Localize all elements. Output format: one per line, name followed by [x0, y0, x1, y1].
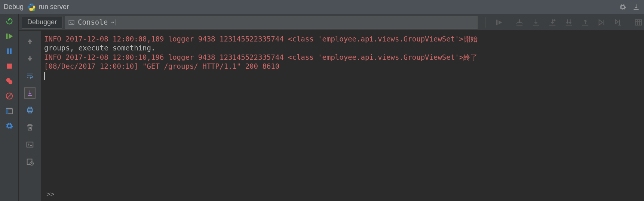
console-output[interactable]: INFO 2017-12-08 12:00:08,189 logger 9438… [41, 31, 644, 201]
svg-rect-26 [28, 111, 31, 113]
more-indicator[interactable]: >> [46, 190, 54, 199]
rerun-icon[interactable] [4, 16, 14, 26]
mute-breakpoints-icon[interactable] [4, 91, 14, 101]
trash-icon[interactable] [24, 122, 36, 133]
history-icon[interactable] [24, 156, 36, 167]
svg-rect-6 [7, 64, 12, 69]
svg-point-17 [553, 19, 556, 21]
text-cursor [44, 72, 45, 80]
soft-wrap-icon[interactable] [24, 70, 36, 81]
down-arrow-icon[interactable] [24, 53, 36, 64]
evaluate-to-cursor-icon[interactable] [613, 17, 624, 28]
svg-rect-4 [7, 49, 9, 54]
svg-rect-20 [582, 25, 589, 25]
tab-debugger-label: Debugger [27, 18, 57, 26]
svg-rect-21 [635, 19, 642, 25]
svg-point-0 [30, 4, 31, 5]
console-line: [08/Dec/2017 12:00:10] "GET /groups/ HTT… [44, 62, 279, 70]
resume-icon[interactable] [4, 31, 14, 41]
debug-tabbar: Debugger Console →| [19, 14, 644, 31]
run-configuration-name[interactable]: run server [39, 3, 69, 11]
show-execution-point-icon[interactable] [494, 17, 505, 28]
scroll-to-end-icon[interactable] [24, 87, 36, 99]
tab-console-label: Console [78, 18, 108, 27]
layout-icon[interactable] [4, 106, 14, 116]
settings-gear-icon[interactable] [4, 121, 14, 131]
breakpoints-icon[interactable] [4, 76, 14, 86]
step-over-icon[interactable] [514, 17, 525, 28]
console-line: groups, execute something. [44, 44, 155, 52]
stop-icon[interactable] [4, 61, 14, 71]
run-to-cursor-icon[interactable] [596, 17, 607, 28]
svg-rect-23 [29, 56, 30, 59]
svg-rect-14 [496, 19, 498, 25]
up-arrow-icon[interactable] [24, 36, 36, 47]
svg-rect-5 [10, 49, 11, 54]
toolbar-divider [485, 17, 485, 28]
gear-icon[interactable] [619, 3, 627, 11]
debug-panel-header: Debug run server [0, 0, 644, 14]
console-tab-icon [68, 19, 75, 26]
svg-rect-18 [549, 25, 556, 25]
step-into-icon[interactable] [530, 17, 542, 28]
panel-title: Debug [4, 3, 24, 11]
left-debug-actions [0, 14, 19, 201]
svg-rect-15 [516, 25, 523, 25]
svg-rect-13 [69, 20, 74, 25]
download-icon[interactable] [632, 3, 640, 11]
step-out-icon[interactable] [580, 17, 591, 28]
force-step-into-icon[interactable] [563, 17, 574, 28]
tab-console[interactable]: Console →| [65, 16, 478, 29]
pause-icon[interactable] [4, 46, 14, 56]
svg-rect-19 [566, 25, 572, 25]
svg-point-8 [8, 80, 12, 84]
tab-debugger[interactable]: Debugger [22, 16, 62, 29]
python-icon [27, 3, 36, 11]
svg-rect-12 [6, 109, 8, 114]
console-line: INFO 2017-12-08 12:00:08,189 logger 9438… [44, 35, 478, 43]
terminal-icon[interactable] [24, 139, 36, 150]
print-icon[interactable] [24, 105, 36, 116]
step-into-my-code-icon[interactable] [547, 17, 558, 28]
console-line: INFO 2017-12-08 12:00:10,196 logger 9438… [44, 53, 478, 61]
svg-rect-11 [6, 108, 12, 109]
console-gutter-actions [19, 31, 41, 201]
svg-rect-16 [533, 25, 539, 25]
arrow-right-icon: →| [111, 19, 117, 26]
svg-rect-25 [28, 107, 31, 109]
evaluate-expression-icon[interactable] [633, 17, 644, 28]
svg-rect-22 [29, 41, 30, 44]
svg-rect-27 [27, 142, 33, 147]
svg-point-2 [33, 9, 35, 11]
svg-rect-3 [6, 34, 7, 39]
